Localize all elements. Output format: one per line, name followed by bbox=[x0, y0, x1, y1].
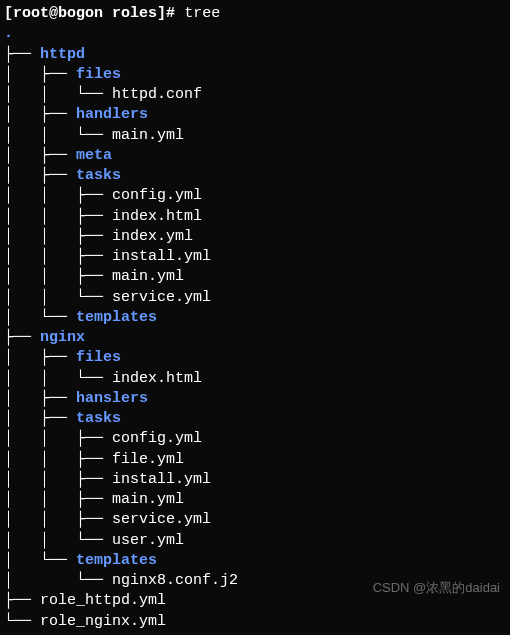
tree-row: │ │ ├── service.yml bbox=[4, 510, 506, 530]
tree-row: │ ├── meta bbox=[4, 146, 506, 166]
tree-row: │ │ ├── index.html bbox=[4, 207, 506, 227]
tree-row: │ │ ├── main.yml bbox=[4, 267, 506, 287]
tree-row: ├── httpd bbox=[4, 45, 506, 65]
prompt-symbol: # bbox=[166, 5, 175, 22]
tree-row: │ └── templates bbox=[4, 551, 506, 571]
tree-row: │ ├── handlers bbox=[4, 105, 506, 125]
tree-row: │ ├── files bbox=[4, 65, 506, 85]
dir-handlers: handlers bbox=[76, 106, 148, 123]
prompt-dir: roles bbox=[112, 5, 157, 22]
tree-row: │ │ ├── index.yml bbox=[4, 227, 506, 247]
tree-row: └── role_nginx.yml bbox=[4, 612, 506, 632]
tree-row: │ ├── hanslers bbox=[4, 389, 506, 409]
file-index-html: index.html bbox=[112, 370, 202, 387]
dir-httpd: httpd bbox=[40, 46, 85, 63]
file-httpd-conf: httpd.conf bbox=[112, 86, 202, 103]
tree-row: ├── nginx bbox=[4, 328, 506, 348]
dir-templates: templates bbox=[76, 552, 157, 569]
dir-templates: templates bbox=[76, 309, 157, 326]
bracket-open: [ bbox=[4, 5, 13, 22]
tree-row: │ │ └── index.html bbox=[4, 369, 506, 389]
tree-row: │ │ └── service.yml bbox=[4, 288, 506, 308]
file-file-yml: file.yml bbox=[112, 451, 184, 468]
dir-hanslers: hanslers bbox=[76, 390, 148, 407]
file-service-yml: service.yml bbox=[112, 511, 211, 528]
tree-row: │ │ ├── file.yml bbox=[4, 450, 506, 470]
tree-row: │ ├── files bbox=[4, 348, 506, 368]
dir-files: files bbox=[76, 66, 121, 83]
file-main-yml: main.yml bbox=[112, 268, 184, 285]
dir-files: files bbox=[76, 349, 121, 366]
tree-row: │ ├── tasks bbox=[4, 166, 506, 186]
file-config-yml: config.yml bbox=[112, 430, 202, 447]
tree-row: │ │ ├── main.yml bbox=[4, 490, 506, 510]
tree-row: │ └── templates bbox=[4, 308, 506, 328]
file-main-yml: main.yml bbox=[112, 491, 184, 508]
space bbox=[103, 5, 112, 22]
prompt-line: [root@bogon roles]# tree bbox=[4, 4, 506, 24]
tree-root: . bbox=[4, 24, 506, 44]
file-role-nginx: role_nginx.yml bbox=[40, 613, 166, 630]
file-config-yml: config.yml bbox=[112, 187, 202, 204]
file-service-yml: service.yml bbox=[112, 289, 211, 306]
file-nginx-conf: nginx8.conf.j2 bbox=[112, 572, 238, 589]
file-index-yml: index.yml bbox=[112, 228, 193, 245]
prompt-user: root bbox=[13, 5, 49, 22]
tree-row: │ │ ├── config.yml bbox=[4, 429, 506, 449]
at-sign: @ bbox=[49, 5, 58, 22]
file-main-yml: main.yml bbox=[112, 127, 184, 144]
command[interactable]: tree bbox=[184, 5, 220, 22]
dir-nginx: nginx bbox=[40, 329, 85, 346]
file-install-yml: install.yml bbox=[112, 248, 211, 265]
tree-row: │ │ ├── config.yml bbox=[4, 186, 506, 206]
dir-tasks: tasks bbox=[76, 167, 121, 184]
space bbox=[175, 5, 184, 22]
bracket-close: ] bbox=[157, 5, 166, 22]
dir-meta: meta bbox=[76, 147, 112, 164]
tree-row: │ │ ├── install.yml bbox=[4, 470, 506, 490]
file-role-httpd: role_httpd.yml bbox=[40, 592, 166, 609]
tree-row: │ │ └── main.yml bbox=[4, 126, 506, 146]
watermark: CSDN @浓黑的daidai bbox=[373, 579, 500, 597]
tree-row: │ ├── tasks bbox=[4, 409, 506, 429]
tree-row: │ │ ├── install.yml bbox=[4, 247, 506, 267]
tree-row: │ │ └── httpd.conf bbox=[4, 85, 506, 105]
dir-tasks: tasks bbox=[76, 410, 121, 427]
file-user-yml: user.yml bbox=[112, 532, 184, 549]
tree-row: │ │ └── user.yml bbox=[4, 531, 506, 551]
file-index-html: index.html bbox=[112, 208, 202, 225]
prompt-host: bogon bbox=[58, 5, 103, 22]
file-install-yml: install.yml bbox=[112, 471, 211, 488]
